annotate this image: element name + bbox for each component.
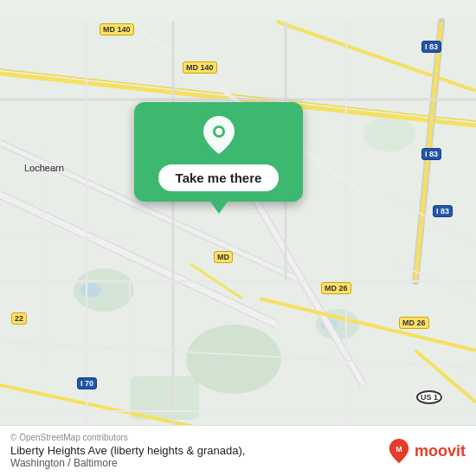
take-me-there-button[interactable]: Take me there	[158, 164, 280, 191]
road-badge-md140-mid: MD 140	[183, 61, 217, 74]
road-badge-md26-left: MD 26	[321, 282, 351, 294]
moovit-logo: M moovit	[387, 439, 466, 463]
location-pin-icon	[203, 116, 235, 154]
road-badge-22: 22	[11, 312, 27, 325]
bottom-bar: © OpenStreetMap contributors Liberty Hei…	[0, 425, 476, 476]
pin-icon-container	[203, 116, 235, 158]
road-badge-us1: US 1	[416, 390, 442, 404]
road-badge-i83-low: I 83	[433, 205, 453, 217]
road-badge-md26-right: MD 26	[399, 317, 429, 329]
svg-rect-4	[130, 376, 199, 420]
location-subtitle: Washington / Baltimore	[10, 457, 245, 469]
svg-point-5	[363, 117, 415, 151]
bottom-left: © OpenStreetMap contributors Liberty Hei…	[10, 433, 245, 469]
road-badge-i83-mid: I 83	[421, 148, 441, 160]
road-badge-i70: I 70	[77, 377, 97, 389]
location-title: Liberty Heights Ave (liberty heights & g…	[10, 444, 245, 457]
copyright-text: © OpenStreetMap contributors	[10, 433, 245, 442]
moovit-icon: M	[387, 439, 411, 463]
map-background	[0, 0, 476, 476]
popup-card: Take me there	[134, 102, 303, 202]
road-badge-i83-top: I 83	[421, 41, 441, 53]
svg-text:M: M	[396, 445, 402, 453]
moovit-text: moovit	[415, 442, 466, 460]
svg-point-1	[186, 325, 281, 394]
lochearn-label: Lochearn	[24, 163, 64, 173]
map-container: Lochearn MD 140 MD 140 I 83 I 83 I 83 MD…	[0, 0, 476, 476]
road-badge-md-center: MD	[214, 251, 233, 263]
svg-point-6	[80, 283, 101, 297]
road-badge-md140-top: MD 140	[100, 23, 134, 35]
svg-point-38	[215, 128, 222, 135]
